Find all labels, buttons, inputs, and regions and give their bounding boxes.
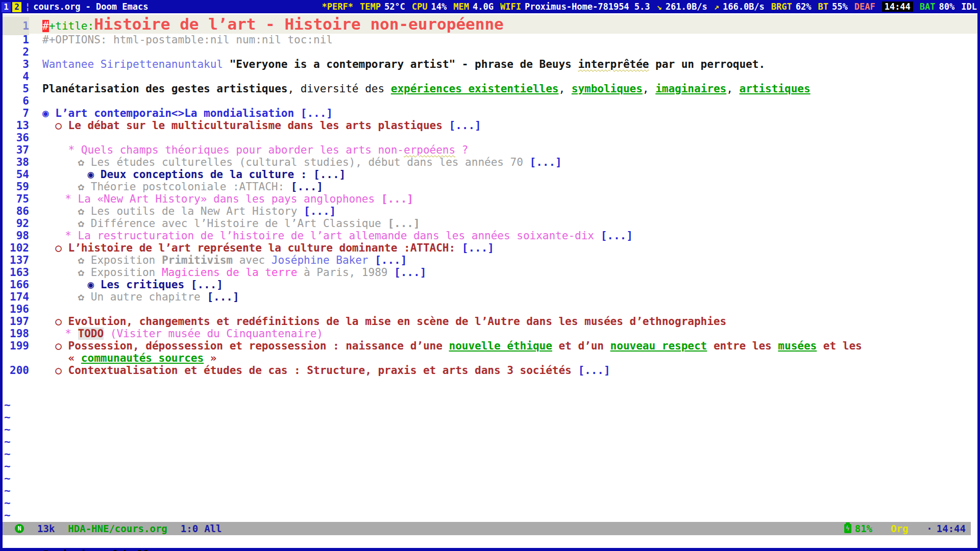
line-number: 4 <box>3 70 29 83</box>
line-number: 38 <box>3 156 29 168</box>
line-text[interactable]: ○ Possession, dépossession et repossessi… <box>42 340 862 352</box>
line-text[interactable]: * Quels champs théoriques pour aborder l… <box>42 144 468 156</box>
buffer-line: 7◉ L’art contemporain<>La mondialisation… <box>3 107 977 119</box>
line-text[interactable]: ✿ Les outils de la New Art History [...] <box>42 205 336 217</box>
titlebar-separator-icon: ¦ <box>25 2 30 12</box>
line-text[interactable]: * La restructuration de l’histoire de l’… <box>42 230 633 242</box>
line-number: 1 <box>3 17 29 35</box>
buffer-line: 86✿ Les outils de la New Art History [..… <box>3 205 977 217</box>
buffer-line: 166◉ Les critiques [...] <box>3 279 977 291</box>
line-number: 75 <box>3 193 29 205</box>
status-segment: TEMP52°C <box>360 2 405 12</box>
line-text[interactable]: « communautés sources » <box>42 352 216 364</box>
line-text[interactable]: Wantanee Siripettenanuntakul "Everyone i… <box>42 58 765 70</box>
line-text[interactable]: ◉ L’art contemporain<>La mondialisation … <box>42 107 333 119</box>
status-segment: DEAF <box>854 2 875 12</box>
buffer-line: 137✿ Exposition Primitivism avec Joséphi… <box>3 254 977 266</box>
buffer-line: 200○ Contextualisation et études de cas … <box>3 364 977 377</box>
line-number: 7 <box>3 107 29 119</box>
workspace-tab[interactable]: 2 <box>12 2 21 12</box>
empty-line-tilde-icon: ~ <box>3 436 977 448</box>
status-segment: *PERF* <box>322 2 353 12</box>
empty-line-tilde-icon: ~ <box>3 423 977 436</box>
line-text[interactable]: * La «New Art History» dans les pays ang… <box>42 193 413 205</box>
line-text[interactable]: ✿ Exposition Magiciens de la terre à Par… <box>42 266 426 279</box>
empty-line-tilde-icon: ~ <box>3 509 977 521</box>
workspace-tab[interactable]: 1 <box>2 2 11 12</box>
status-segment: MEM4.0G <box>453 2 494 12</box>
modeline-clock: · 14:44 <box>926 523 966 534</box>
buffer-line: 174✿ Un autre chapitre [...] <box>3 291 977 303</box>
line-text[interactable]: ◉ Les critiques [...] <box>42 279 223 291</box>
clock-time: 14:44 <box>937 523 966 534</box>
line-text[interactable]: ✿ Un autre chapitre [...] <box>42 291 239 303</box>
scroll-indicator: All <box>204 523 222 534</box>
status-segment: BAT80% <box>920 2 954 12</box>
line-text[interactable]: ✿ Théorie postcoloniale :ATTACH: [...] <box>42 181 323 193</box>
line-number: 54 <box>3 168 29 181</box>
line-number: 166 <box>3 279 29 291</box>
status-segment: ↘261.0B/s <box>657 2 707 12</box>
buffer: 1#+title:Histoire de l’art - Histoire no… <box>3 13 977 522</box>
line-text[interactable]: ○ Le débat sur le multiculturalisme dans… <box>42 119 481 132</box>
line-number: 13 <box>3 119 29 132</box>
empty-line-tilde-icon: ~ <box>3 411 977 423</box>
clock-separator-icon: · <box>926 523 932 534</box>
line-number: 163 <box>3 266 29 279</box>
line-number: 198 <box>3 328 29 340</box>
line-text[interactable]: ○ L’histoire de l’art représente la cult… <box>42 242 494 254</box>
empty-line-tilde-icon: ~ <box>3 485 977 497</box>
battery-status: 81% <box>844 523 872 534</box>
buffer-line: 197○ Evolution, changements et redéfinit… <box>3 315 977 328</box>
titlebar: 12 ¦ cours.org - Doom Emacs *PERF*TEMP52… <box>0 0 980 13</box>
buffer-line: 75* La «New Art History» dans les pays a… <box>3 193 977 205</box>
echo-message: Beginning of buffer <box>43 548 160 551</box>
battery-percentage: 81% <box>855 523 872 534</box>
line-number: 137 <box>3 254 29 266</box>
status-segment: BRGT62% <box>771 2 812 12</box>
buffer-path[interactable]: HDA-HNE/cours.org <box>68 523 167 534</box>
buffer-line: 6 <box>3 95 977 107</box>
status-segment: CPU14% <box>412 2 447 12</box>
line-text[interactable]: * TODO (Visiter musée du Cinquantenaire) <box>42 328 323 340</box>
line-number: 92 <box>3 217 29 230</box>
line-text[interactable]: ○ Evolution, changements et redéfinition… <box>42 315 726 328</box>
line-text[interactable]: ✿ Exposition Primitivism avec Joséphine … <box>42 254 407 266</box>
line-text[interactable]: ✿ Différence avec l’Histoire de l’Art Cl… <box>42 217 420 230</box>
status-segment: IDL <box>961 2 977 12</box>
line-text[interactable]: ○ Contextualisation et études de cas : S… <box>42 364 610 377</box>
cursor-position: 1:0 All <box>181 523 222 534</box>
battery-charging-icon <box>844 524 851 533</box>
line-text[interactable]: ◉ Deux conceptions de la culture : [...] <box>42 168 346 181</box>
line-number: 197 <box>3 315 29 328</box>
line-number: 37 <box>3 144 29 156</box>
line-number: 3 <box>3 58 29 70</box>
window-title: cours.org - Doom Emacs <box>33 2 148 12</box>
line-number: 196 <box>3 303 29 315</box>
line-col-indicator: 1:0 <box>181 523 198 534</box>
buffer-line: 163✿ Exposition Magiciens de la terre à … <box>3 266 977 279</box>
line-number: 174 <box>3 291 29 303</box>
empty-line-tilde-icon: ~ <box>3 399 977 411</box>
empty-line-tilde-icon: ~ <box>3 497 977 509</box>
buffer-line: « communautés sources » <box>3 352 977 364</box>
line-number: 5 <box>3 83 29 95</box>
empty-line-tilde-icon: ~ <box>3 448 977 460</box>
line-text[interactable]: ✿ Les études culturelles (cultural studi… <box>42 156 562 168</box>
status-segment: BT55% <box>818 2 848 12</box>
buffer-line: 198* TODO (Visiter musée du Cinquantenai… <box>3 328 977 340</box>
buffer-line: 37* Quels champs théoriques pour aborder… <box>3 144 977 156</box>
buffer-line: 59✿ Théorie postcoloniale :ATTACH: [...] <box>3 181 977 193</box>
line-text[interactable]: #+OPTIONS: html-postamble:nil num:nil to… <box>42 34 333 46</box>
buffer-line: 98* La restructuration de l’histoire de … <box>3 230 977 242</box>
emacs-frame: 12 ¦ cours.org - Doom Emacs *PERF*TEMP52… <box>0 0 980 551</box>
major-mode-name[interactable]: Org <box>891 523 908 534</box>
empty-line-tilde-icon: ~ <box>3 472 977 485</box>
line-text[interactable]: Planétarisation des gestes artistiques, … <box>42 83 811 95</box>
editor-window: 1#+title:Histoire de l’art - Histoire no… <box>3 13 977 548</box>
line-text[interactable]: #+title:Histoire de l’art - Histoire non… <box>42 15 504 35</box>
line-number: 2 <box>3 46 29 58</box>
system-status: *PERF*TEMP52°CCPU14%MEM4.0GWIFIProximus-… <box>322 2 977 12</box>
line-number: 102 <box>3 242 29 254</box>
workspace-tabs: 12 <box>2 2 23 12</box>
